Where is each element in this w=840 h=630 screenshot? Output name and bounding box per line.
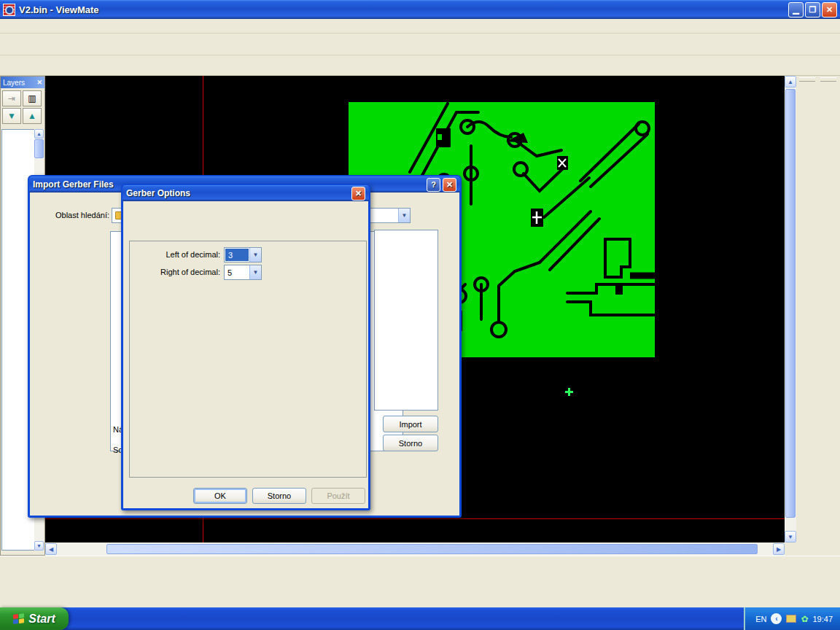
right-toolbars [796,76,840,607]
layers-panel-title: Layers [3,79,25,87]
gerber-options-dialog: Gerber Options ✕ Left of decimal: 3 ▼ Ri… [121,184,370,510]
scroll-right-icon[interactable]: ▶ [773,543,785,555]
import-button[interactable]: Import [383,416,438,432]
layer-insert-button[interactable]: ⇥ [2,90,21,106]
windows-logo-icon [13,613,25,625]
minimize-button[interactable]: ▁ [788,2,804,18]
ok-button[interactable]: OK [193,488,247,504]
scroll-left-icon[interactable]: ◀ [45,543,57,555]
layer-up-button[interactable]: ▲ [23,108,42,124]
start-button[interactable]: Start [0,607,69,630]
left-of-decimal-label: Left of decimal: [129,250,220,259]
right-of-decimal-combo[interactable]: 5 ▼ [224,265,262,280]
selected-files-list[interactable] [374,230,438,411]
apply-button[interactable]: Použít [311,488,365,504]
horizontal-scroll-thumb[interactable] [106,544,758,554]
layer-down-button[interactable]: ▼ [2,108,21,124]
start-label: Start [28,612,55,626]
folder-combo-arrow-icon[interactable]: ▼ [398,209,410,222]
filter-toolbar [0,55,840,76]
window-titlebar: V2.bin - ViewMate ▁ ❐ ✕ [0,0,840,19]
vertical-scrollbar[interactable]: ▲ ▼ [785,76,796,542]
main-toolbar [0,34,840,55]
gerber-dialog-title: Gerber Options [126,188,190,198]
clock: 19:47 [812,615,833,623]
restore-button[interactable]: ❐ [805,2,820,18]
right-of-decimal-value: 5 [225,265,249,279]
screen: { "window": {"title": "V2.bin - ViewMate… [0,0,840,630]
tray-card-icon[interactable] [786,615,796,623]
right-of-decimal-label: Right of decimal: [129,268,220,276]
system-tray: EN ‹ ✿ 19:47 [744,607,840,630]
left-of-decimal-combo[interactable]: 3 ▼ [224,247,262,262]
gerber-dialog-titlebar[interactable]: Gerber Options ✕ [122,185,369,201]
search-area-label: Oblast hledání: [40,211,109,219]
gerber-cancel-button[interactable]: Storno [252,488,306,504]
right-of-decimal-arrow-icon[interactable]: ▼ [249,265,261,279]
crosshair-horizontal [45,518,785,519]
gerber-close-button[interactable]: ✕ [351,187,365,201]
scroll-down-icon[interactable]: ▼ [785,531,796,542]
import-close-button[interactable]: ✕ [443,178,456,192]
layers-scroll-down-icon[interactable]: ▼ [34,541,44,551]
menu-bar [0,19,840,34]
import-help-button[interactable]: ? [427,178,440,192]
origin-marker [565,388,573,396]
window-title: V2.bin - ViewMate [19,4,787,15]
left-of-decimal-arrow-icon[interactable]: ▼ [249,248,261,262]
import-cancel-button[interactable]: Storno [383,435,438,451]
tray-chevron-icon[interactable]: ‹ [771,613,782,624]
layers-panel-header[interactable]: Layers ✕ [1,77,44,88]
import-dialog-title: Import Gerber Files [33,179,114,190]
scroll-up-icon[interactable]: ▲ [785,76,796,88]
vertical-scroll-thumb[interactable] [785,89,796,518]
horizontal-scrollbar[interactable]: ◀ ▶ [45,542,785,556]
language-indicator[interactable]: EN [755,615,766,623]
tray-flower-icon[interactable]: ✿ [801,614,808,624]
app-icon [3,4,15,16]
left-of-decimal-value: 3 [225,249,249,261]
layers-scroll-up-icon[interactable]: ▲ [34,129,44,139]
layer-film-button[interactable]: ▥ [23,90,42,106]
layers-close-icon[interactable]: ✕ [36,79,42,86]
close-button[interactable]: ✕ [822,2,837,18]
status-toolbar-2 [0,576,840,596]
status-toolbar-1 [0,556,840,576]
taskbar: Start EN ‹ ✿ 19:47 [0,607,840,630]
